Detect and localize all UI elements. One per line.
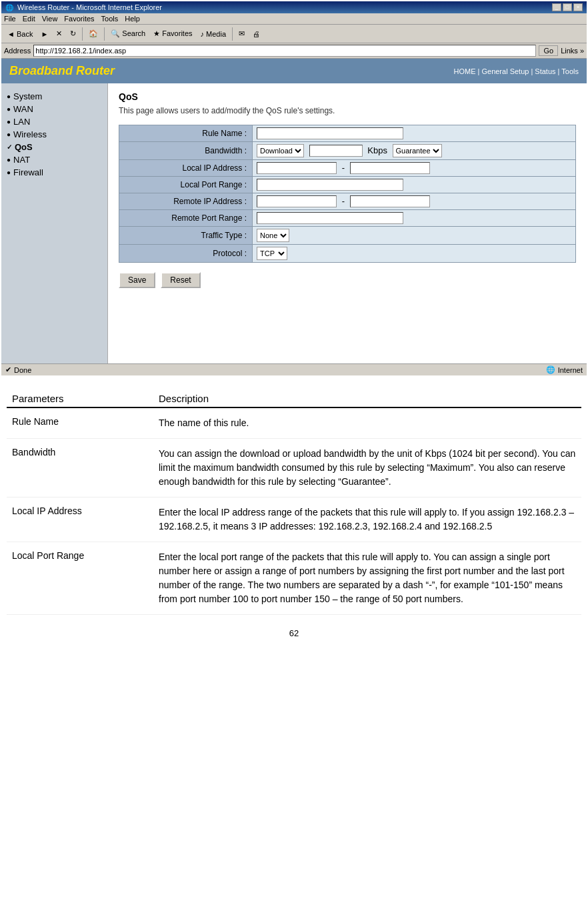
bandwidth-direction-select[interactable]: Download Upload xyxy=(257,144,304,157)
sidebar-item-wan[interactable]: ● WAN xyxy=(7,103,102,115)
rule-name-label: Rule Name : xyxy=(119,125,253,142)
nav-links[interactable]: HOME | General Setup | Status | Tools xyxy=(453,67,579,75)
menu-tools[interactable]: Tools xyxy=(101,15,119,23)
search-button[interactable]: 🔍 Search xyxy=(107,27,149,40)
close-button[interactable]: × xyxy=(573,3,583,11)
param-cell: Bandwidth xyxy=(7,439,153,498)
done-icon: ✔ xyxy=(5,365,11,374)
status-done: ✔ Done xyxy=(5,365,31,374)
media-button[interactable]: ♪ Media xyxy=(197,28,230,40)
status-bar: ✔ Done 🌐 Internet xyxy=(1,363,587,375)
sidebar-item-system[interactable]: ● System xyxy=(7,90,102,103)
go-button[interactable]: Go xyxy=(539,45,558,56)
favorites-button[interactable]: ★ Favorites xyxy=(150,27,195,40)
local-ip-row: Local IP Address : - xyxy=(119,160,576,177)
home-button[interactable]: 🏠 xyxy=(85,27,101,40)
param-cell: Local Port Range xyxy=(7,542,153,615)
local-ip-start-input[interactable] xyxy=(257,162,337,174)
menu-bar: File Edit View Favorites Tools Help xyxy=(1,13,587,25)
browser-icon: 🌐 xyxy=(5,4,13,11)
action-buttons: Save Reset xyxy=(119,272,576,288)
traffic-type-input-cell: None xyxy=(253,227,576,245)
rule-name-input[interactable] xyxy=(257,127,403,139)
kbps-label: Kbps xyxy=(367,145,387,155)
reset-button[interactable]: Reset xyxy=(161,272,200,288)
links-button[interactable]: Links » xyxy=(561,47,584,55)
browser-title: Wireless Router - Microsoft Internet Exp… xyxy=(17,3,162,11)
traffic-type-row: Traffic Type : None xyxy=(119,227,576,245)
param-cell: Rule Name xyxy=(7,407,153,439)
menu-file[interactable]: File xyxy=(4,15,16,23)
address-input[interactable] xyxy=(33,45,536,57)
sidebar-label-wan: WAN xyxy=(13,104,33,114)
separator1 xyxy=(82,27,83,41)
sidebar-item-firewall[interactable]: ● Firewall xyxy=(7,166,102,179)
menu-favorites[interactable]: Favorites xyxy=(64,15,94,23)
remote-ip-input-cell: - xyxy=(253,193,576,210)
menu-help[interactable]: Help xyxy=(125,15,140,23)
sidebar-label-wireless: Wireless xyxy=(13,129,47,139)
bandwidth-type-select[interactable]: Guarantee Maximum xyxy=(393,144,442,157)
menu-edit[interactable]: Edit xyxy=(23,15,35,23)
local-port-row: Local Port Range : xyxy=(119,177,576,193)
internet-zone: 🌐 Internet xyxy=(546,365,583,374)
remote-ip-start-input[interactable] xyxy=(257,195,337,207)
sidebar-label-nat: NAT xyxy=(13,155,30,165)
qos-form: Rule Name : Bandwidth : Download xyxy=(119,125,576,263)
desc-table-row: Bandwidth You can assign the download or… xyxy=(7,439,581,498)
browser-window: 🌐 Wireless Router - Microsoft Internet E… xyxy=(0,0,588,377)
ip-separator2: - xyxy=(342,196,345,206)
bandwidth-row: Bandwidth : Download Upload Kbps Guarant… xyxy=(119,142,576,160)
router-body: ● System ● WAN ● LAN ● Wireless ✓ QoS xyxy=(1,83,587,363)
local-ip-input-cell: - xyxy=(253,160,576,177)
remote-ip-label: Remote IP Address : xyxy=(119,193,253,210)
sidebar-item-wireless[interactable]: ● Wireless xyxy=(7,128,102,141)
sidebar: ● System ● WAN ● LAN ● Wireless ✓ QoS xyxy=(1,83,108,363)
forward-button[interactable]: ► xyxy=(37,28,51,40)
bandwidth-value-input[interactable] xyxy=(309,145,363,157)
remote-ip-end-input[interactable] xyxy=(350,195,430,207)
ip-separator: - xyxy=(342,163,345,173)
separator2 xyxy=(104,27,105,41)
desc-cell: Enter the local port range of the packet… xyxy=(153,542,581,615)
desc-table-row: Local IP Address Enter the local IP addr… xyxy=(7,498,581,542)
address-label: Address xyxy=(4,47,31,55)
param-cell: Local IP Address xyxy=(7,498,153,542)
minimize-button[interactable]: _ xyxy=(552,3,561,11)
traffic-type-label: Traffic Type : xyxy=(119,227,253,245)
save-button[interactable]: Save xyxy=(119,272,155,288)
zone-text: Internet xyxy=(558,366,583,374)
remote-ip-row: Remote IP Address : - xyxy=(119,193,576,210)
stop-button[interactable]: ✕ xyxy=(53,27,65,40)
desc-cell: Enter the local IP address range of the … xyxy=(153,498,581,542)
traffic-type-select[interactable]: None xyxy=(257,229,289,242)
rule-name-row: Rule Name : xyxy=(119,125,576,142)
local-port-input[interactable] xyxy=(257,179,403,191)
page-number: 62 xyxy=(0,622,588,645)
remote-port-input[interactable] xyxy=(257,212,403,224)
restore-button[interactable]: □ xyxy=(563,3,572,11)
print-button[interactable]: 🖨 xyxy=(249,28,263,40)
page-description: This page allows users to add/modify the… xyxy=(119,106,576,115)
router-brand: Broadband Router xyxy=(9,64,115,78)
refresh-button[interactable]: ↻ xyxy=(67,27,79,40)
address-bar: Address Go Links » xyxy=(1,43,587,59)
sidebar-item-qos[interactable]: ✓ QoS xyxy=(7,141,102,153)
rule-name-input-cell xyxy=(253,125,576,142)
protocol-select[interactable]: TCP UDP Both xyxy=(257,247,287,260)
local-ip-end-input[interactable] xyxy=(350,162,430,174)
protocol-input-cell: TCP UDP Both xyxy=(253,245,576,263)
desc-table-row: Local Port Range Enter the local port ra… xyxy=(7,542,581,615)
bandwidth-label: Bandwidth : xyxy=(119,142,253,160)
local-ip-label: Local IP Address : xyxy=(119,160,253,177)
local-port-input-cell xyxy=(253,177,576,193)
page-title: QoS xyxy=(119,91,576,102)
sidebar-item-nat[interactable]: ● NAT xyxy=(7,153,102,166)
menu-view[interactable]: View xyxy=(42,15,58,23)
back-button[interactable]: ◄ Back xyxy=(4,28,36,40)
mail-button[interactable]: ✉ xyxy=(235,27,248,40)
params-header: Parameters xyxy=(7,390,153,407)
sidebar-item-lan[interactable]: ● LAN xyxy=(7,115,102,128)
desc-cell: The name of this rule. xyxy=(153,407,581,439)
globe-icon: 🌐 xyxy=(546,365,555,374)
